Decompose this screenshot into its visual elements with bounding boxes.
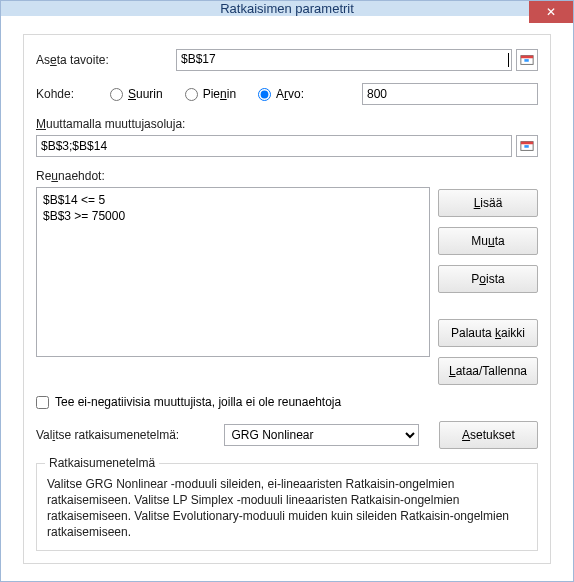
- solver-window: Ratkaisimen parametrit ✕ Aseta tavoite: …: [0, 0, 574, 582]
- svg-rect-2: [524, 59, 528, 62]
- svg-rect-1: [521, 56, 533, 59]
- target-row: Kohde: Suurin Pienin Arvo:: [36, 83, 538, 105]
- dialog-content: Aseta tavoite: $B$17 Kohde: Suurin Pieni…: [1, 16, 573, 582]
- cell-reference-icon: [520, 53, 534, 67]
- group-title: Ratkaisumenetelmä: [45, 456, 159, 470]
- method-description-group: Ratkaisumenetelmä Valitse GRG Nonlinear …: [36, 463, 538, 551]
- constraints-listbox[interactable]: $B$14 <= 5 $B$3 >= 75000: [36, 187, 430, 357]
- variables-row: [36, 135, 538, 157]
- nonneg-checkbox[interactable]: [36, 396, 49, 409]
- svg-rect-5: [524, 145, 528, 148]
- window-title: Ratkaisimen parametrit: [1, 1, 573, 16]
- group-text: Valitse GRG Nonlinear -moduuli sileiden,…: [47, 476, 527, 540]
- reset-all-button[interactable]: Palauta kaikki: [438, 319, 538, 347]
- method-select[interactable]: GRG Nonlinear: [224, 424, 418, 446]
- objective-row: Aseta tavoite: $B$17: [36, 49, 538, 71]
- options-button[interactable]: Asetukset: [439, 421, 538, 449]
- variables-picker-button[interactable]: [516, 135, 538, 157]
- change-button[interactable]: Muuta: [438, 227, 538, 255]
- radio-value[interactable]: Arvo:: [258, 87, 304, 101]
- radio-min-input[interactable]: [185, 88, 198, 101]
- method-row: Valitse ratkaisumenetelmä: GRG Nonlinear…: [36, 421, 538, 449]
- objective-picker-button[interactable]: [516, 49, 538, 71]
- constraint-line[interactable]: $B$14 <= 5: [43, 192, 423, 208]
- constraints-area: $B$14 <= 5 $B$3 >= 75000 Lisää Muuta Poi…: [36, 187, 538, 385]
- radio-max-input[interactable]: [110, 88, 123, 101]
- constraint-line[interactable]: $B$3 >= 75000: [43, 208, 423, 224]
- objective-input[interactable]: $B$17: [176, 49, 512, 71]
- variables-label: Muuttamalla muuttujasoluja:: [36, 117, 538, 131]
- nonneg-label: Tee ei-negatiivisia muuttujista, joilla …: [55, 395, 341, 409]
- delete-button[interactable]: Poista: [438, 265, 538, 293]
- svg-rect-4: [521, 142, 533, 145]
- target-label: Kohde:: [36, 87, 92, 101]
- nonneg-checkbox-row[interactable]: Tee ei-negatiivisia muuttujista, joilla …: [36, 395, 538, 409]
- radio-min[interactable]: Pienin: [185, 87, 236, 101]
- close-icon: ✕: [546, 5, 556, 19]
- cell-reference-icon: [520, 139, 534, 153]
- objective-label: Aseta tavoite:: [36, 53, 176, 67]
- titlebar: Ratkaisimen parametrit ✕: [1, 1, 573, 16]
- constraints-label: Reunaehdot:: [36, 169, 538, 183]
- method-label: Valitse ratkaisumenetelmä:: [36, 428, 214, 442]
- radio-value-input[interactable]: [258, 88, 271, 101]
- target-value-input[interactable]: [362, 83, 538, 105]
- radio-max[interactable]: Suurin: [110, 87, 163, 101]
- constraint-buttons: Lisää Muuta Poista Palauta kaikki Lataa/…: [438, 187, 538, 385]
- inner-panel: Aseta tavoite: $B$17 Kohde: Suurin Pieni…: [23, 34, 551, 564]
- variables-input[interactable]: [36, 135, 512, 157]
- add-button[interactable]: Lisää: [438, 189, 538, 217]
- load-save-button[interactable]: Lataa/Tallenna: [438, 357, 538, 385]
- target-radio-group: Suurin Pienin Arvo:: [110, 87, 304, 101]
- close-button[interactable]: ✕: [529, 1, 573, 23]
